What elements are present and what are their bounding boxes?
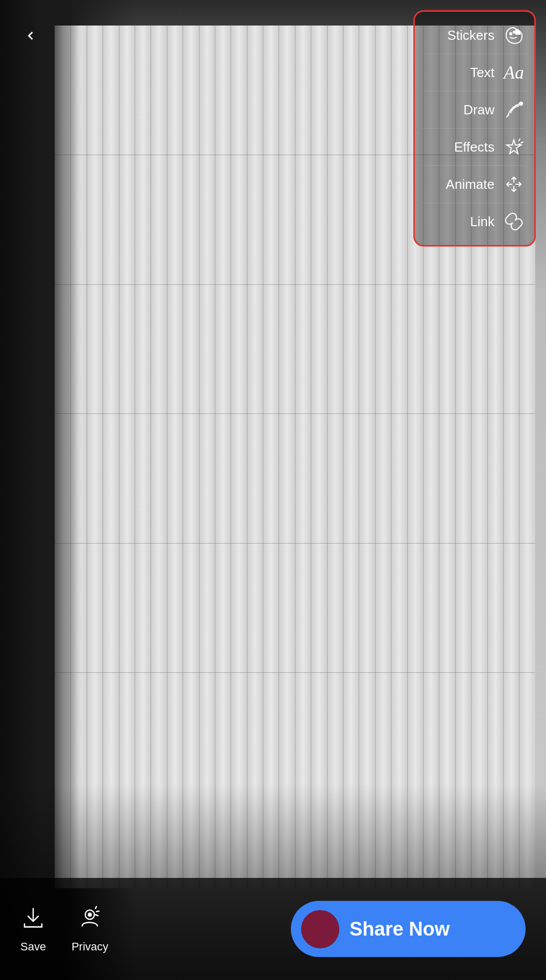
- privacy-label: Privacy: [71, 940, 108, 953]
- bottom-left-actions: Save Privacy: [20, 904, 108, 953]
- chevron-left-icon: [23, 29, 38, 43]
- svg-line-3: [507, 115, 509, 117]
- save-label: Save: [20, 940, 46, 953]
- share-now-label: Share Now: [350, 918, 450, 940]
- svg-marker-4: [507, 140, 521, 154]
- save-icon: [20, 904, 46, 935]
- svg-point-9: [88, 913, 91, 916]
- share-now-button[interactable]: Share Now: [291, 901, 526, 957]
- link-label: Link: [470, 214, 494, 230]
- link-icon: [503, 210, 525, 233]
- text-icon: Aa: [503, 61, 525, 84]
- text-label: Text: [470, 65, 494, 81]
- svg-point-1: [513, 31, 515, 33]
- svg-line-6: [521, 142, 523, 143]
- draw-label: Draw: [463, 102, 494, 118]
- stickers-label: Stickers: [448, 28, 494, 43]
- svg-point-0: [510, 33, 512, 35]
- tool-text[interactable]: Text Aa: [415, 54, 534, 91]
- effects-label: Effects: [454, 139, 494, 155]
- bottom-bar: Save Privacy Share Now: [0, 878, 546, 980]
- sticker-icon: [503, 24, 525, 46]
- back-button[interactable]: [15, 20, 46, 51]
- svg-line-5: [519, 139, 520, 141]
- svg-line-10: [95, 906, 96, 909]
- tool-stickers[interactable]: Stickers: [415, 17, 534, 54]
- svg-point-2: [519, 102, 523, 105]
- share-circle-avatar: [301, 910, 339, 948]
- tool-link[interactable]: Link: [415, 203, 534, 240]
- animate-label: Animate: [446, 177, 494, 192]
- draw-icon: [503, 99, 525, 121]
- tool-animate[interactable]: Animate: [415, 166, 534, 203]
- tool-draw[interactable]: Draw: [415, 91, 534, 128]
- svg-line-12: [95, 915, 98, 916]
- effects-icon: [503, 136, 525, 158]
- privacy-icon: [77, 904, 103, 935]
- tool-effects[interactable]: Effects: [415, 129, 534, 165]
- tools-panel: Stickers Text Aa Draw: [413, 10, 536, 247]
- svg-line-11: [96, 911, 99, 912]
- animate-icon: [503, 173, 525, 195]
- privacy-action[interactable]: Privacy: [71, 904, 108, 953]
- save-action[interactable]: Save: [20, 904, 46, 953]
